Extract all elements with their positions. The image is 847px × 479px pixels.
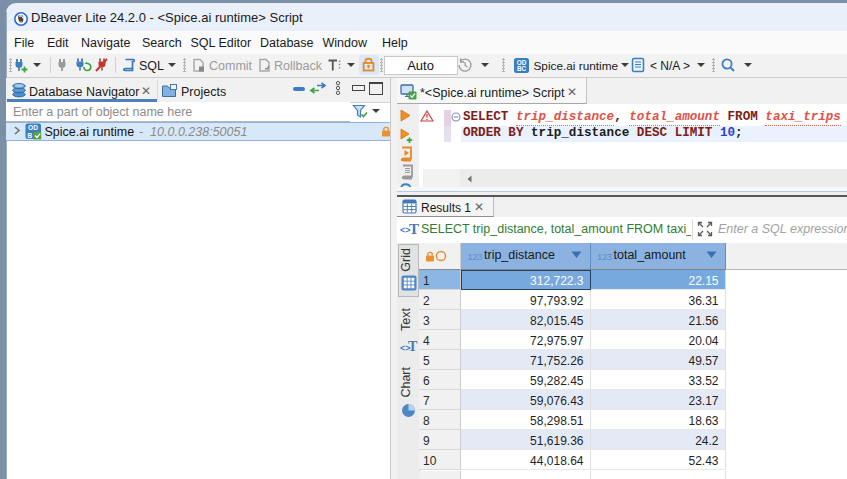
svg-text:B: B bbox=[28, 131, 33, 138]
svg-text:OD: OD bbox=[28, 124, 38, 131]
svg-text:BC: BC bbox=[517, 65, 527, 72]
